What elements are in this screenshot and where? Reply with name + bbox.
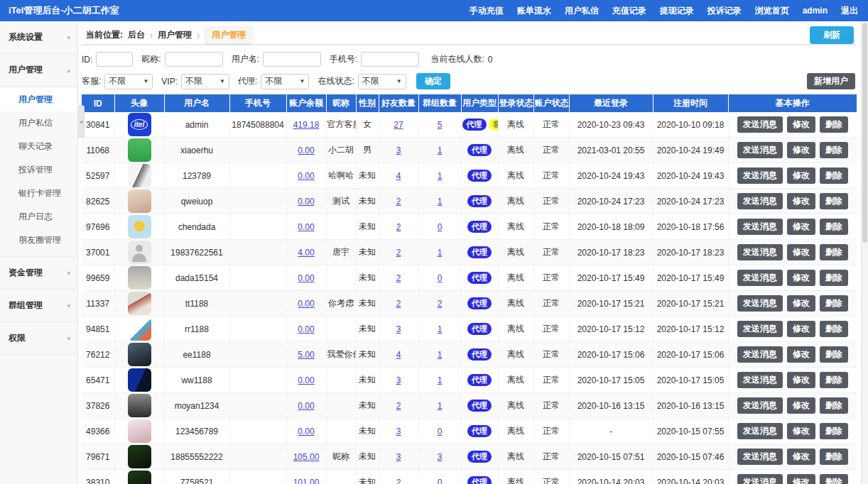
balance-link[interactable]: 0.00	[298, 197, 314, 207]
edit-button[interactable]: 修改	[787, 321, 815, 337]
topbar-menu-item[interactable]: admin	[803, 6, 828, 16]
send-message-button[interactable]: 发送消息	[737, 397, 783, 414]
delete-button[interactable]: 删除	[820, 423, 848, 439]
topbar-menu-item[interactable]: 投诉记录	[707, 5, 742, 17]
delete-button[interactable]: 删除	[820, 346, 848, 363]
send-message-button[interactable]: 发送消息	[737, 372, 783, 388]
delete-button[interactable]: 删除	[820, 193, 848, 209]
edit-button[interactable]: 修改	[787, 116, 815, 133]
sidebar-item[interactable]: 朋友圈管理	[0, 229, 77, 252]
balance-link[interactable]: 0.00	[298, 171, 314, 181]
delete-button[interactable]: 删除	[820, 321, 848, 337]
breadcrumb-item[interactable]: 用户管理	[205, 26, 253, 44]
friends-count-link[interactable]: 2	[396, 478, 401, 484]
sidebar-section-header[interactable]: 用户管理▴	[0, 54, 77, 87]
balance-link[interactable]: 101.00	[293, 478, 320, 484]
scrollbar-thumb[interactable]	[862, 23, 867, 243]
send-message-button[interactable]: 发送消息	[737, 244, 783, 260]
delete-button[interactable]: 删除	[820, 372, 848, 388]
balance-link[interactable]: 4.00	[298, 248, 314, 258]
edit-button[interactable]: 修改	[787, 372, 815, 388]
edit-button[interactable]: 修改	[787, 474, 815, 484]
balance-link[interactable]: 0.00	[298, 222, 314, 232]
send-message-button[interactable]: 发送消息	[737, 474, 783, 484]
send-message-button[interactable]: 发送消息	[737, 449, 783, 465]
delete-button[interactable]: 删除	[820, 142, 848, 158]
send-message-button[interactable]: 发送消息	[737, 142, 783, 158]
topbar-menu-item[interactable]: 手动充值	[470, 5, 504, 17]
send-message-button[interactable]: 发送消息	[737, 116, 783, 133]
friends-count-link[interactable]: 3	[396, 145, 401, 155]
friends-count-link[interactable]: 2	[396, 248, 401, 258]
friends-count-link[interactable]: 27	[394, 120, 403, 130]
refresh-button[interactable]: 刷新	[810, 26, 854, 44]
sidebar-collapse-handle[interactable]: ◂	[78, 105, 85, 138]
edit-button[interactable]: 修改	[787, 219, 815, 235]
send-message-button[interactable]: 发送消息	[737, 219, 783, 235]
send-message-button[interactable]: 发送消息	[737, 270, 783, 286]
delete-button[interactable]: 删除	[820, 116, 848, 133]
sidebar-item[interactable]: 投诉管理	[0, 158, 77, 182]
friends-count-link[interactable]: 3	[396, 427, 401, 436]
sidebar-section-header[interactable]: 群组管理▾	[0, 290, 77, 322]
send-message-button[interactable]: 发送消息	[737, 423, 783, 439]
balance-link[interactable]: 0.00	[298, 145, 314, 155]
topbar-menu-item[interactable]: 提现记录	[660, 5, 694, 17]
edit-button[interactable]: 修改	[787, 244, 815, 260]
topbar-menu-item[interactable]: 浏览首页	[755, 5, 789, 17]
groups-count-link[interactable]: 0	[438, 478, 443, 484]
edit-button[interactable]: 修改	[787, 346, 815, 363]
delete-button[interactable]: 删除	[820, 219, 848, 235]
groups-count-link[interactable]: 1	[438, 324, 443, 334]
send-message-button[interactable]: 发送消息	[737, 167, 783, 184]
add-user-button[interactable]: 新增用户	[807, 73, 855, 89]
filter-input-username[interactable]	[263, 52, 321, 67]
groups-count-link[interactable]: 1	[438, 171, 443, 181]
friends-count-link[interactable]: 2	[396, 197, 401, 207]
friends-count-link[interactable]: 3	[396, 452, 401, 462]
edit-button[interactable]: 修改	[787, 167, 815, 184]
topbar-menu-item[interactable]: 退出	[841, 5, 858, 17]
friends-count-link[interactable]: 2	[396, 299, 401, 309]
edit-button[interactable]: 修改	[787, 449, 815, 465]
filter-input-id[interactable]	[96, 52, 133, 67]
friends-count-link[interactable]: 2	[396, 401, 401, 411]
friends-count-link[interactable]: 3	[396, 324, 401, 334]
friends-count-link[interactable]: 3	[396, 375, 401, 385]
breadcrumb-item[interactable]: 后台	[128, 29, 145, 41]
edit-button[interactable]: 修改	[787, 142, 815, 158]
balance-link[interactable]: 5.00	[298, 350, 314, 360]
delete-button[interactable]: 删除	[820, 295, 848, 312]
edit-button[interactable]: 修改	[787, 397, 815, 414]
submit-button[interactable]: 确定	[416, 73, 450, 89]
groups-count-link[interactable]: 3	[438, 452, 443, 462]
balance-link[interactable]: 0.00	[298, 427, 314, 436]
friends-count-link[interactable]: 2	[396, 273, 401, 283]
topbar-menu-item[interactable]: 充值记录	[612, 5, 646, 17]
balance-link[interactable]: 0.00	[298, 299, 314, 309]
groups-count-link[interactable]: 0	[438, 222, 443, 232]
filter-select-online-status[interactable]: 不限▼	[358, 74, 406, 89]
filter-select-agent[interactable]: 不限▼	[261, 74, 309, 89]
delete-button[interactable]: 删除	[820, 270, 848, 286]
balance-link[interactable]: 0.00	[298, 401, 314, 411]
delete-button[interactable]: 删除	[820, 474, 848, 484]
groups-count-link[interactable]: 0	[438, 273, 443, 283]
sidebar-item[interactable]: 聊天记录	[0, 135, 77, 158]
topbar-menu-item[interactable]: 账单流水	[517, 5, 551, 17]
balance-link[interactable]: 419.18	[293, 120, 320, 130]
send-message-button[interactable]: 发送消息	[737, 295, 783, 312]
groups-count-link[interactable]: 0	[438, 427, 443, 436]
balance-link[interactable]: 0.00	[298, 324, 314, 334]
delete-button[interactable]: 删除	[820, 244, 848, 260]
send-message-button[interactable]: 发送消息	[737, 193, 783, 209]
page-scrollbar[interactable]	[861, 21, 868, 484]
topbar-menu-item[interactable]: 用户私信	[565, 5, 599, 17]
groups-count-link[interactable]: 2	[438, 299, 443, 309]
breadcrumb-item[interactable]: 用户管理	[158, 29, 192, 41]
sidebar-section-header[interactable]: 资金管理▾	[0, 257, 77, 290]
filter-input-phone[interactable]	[361, 52, 419, 67]
friends-count-link[interactable]: 4	[396, 171, 401, 181]
sidebar-item[interactable]: 银行卡管理	[0, 182, 77, 205]
balance-link[interactable]: 0.00	[298, 273, 314, 283]
